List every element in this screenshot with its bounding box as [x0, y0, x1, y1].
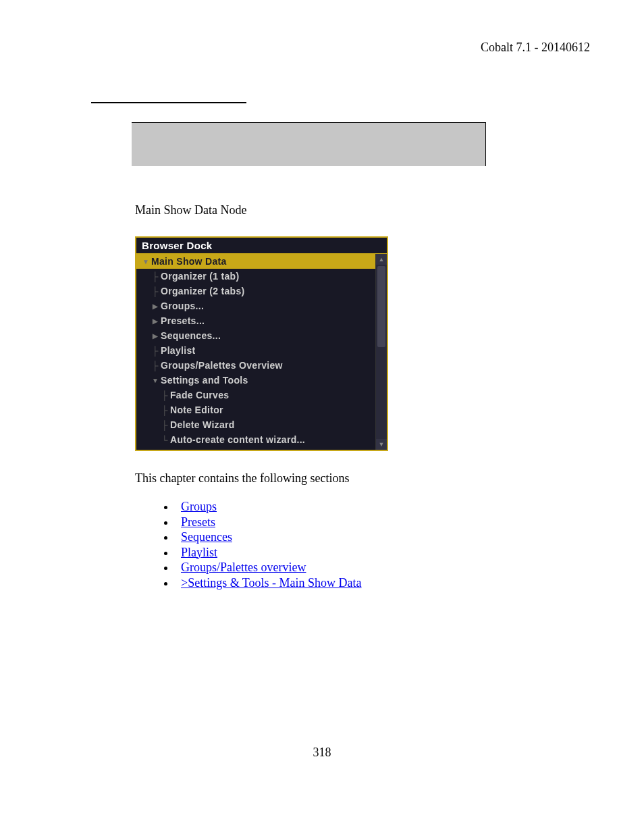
tree-node-label: Sequences...	[161, 330, 221, 341]
tree-node[interactable]: ├ Organizer (2 tabs)	[136, 284, 376, 298]
tree-node[interactable]: ├ Playlist	[136, 343, 376, 358]
list-item: Sequences	[176, 529, 590, 545]
tree-connector-icon: ├	[150, 361, 161, 371]
tree-connector-icon: ├	[159, 405, 170, 415]
tree-node[interactable]: ├ Groups/Palettes Overview	[136, 358, 376, 373]
tree-node-label: Settings and Tools	[161, 375, 248, 386]
horizontal-rule	[91, 102, 246, 103]
list-item: Presets	[176, 515, 590, 530]
tree-connector-icon: ├	[150, 346, 161, 356]
tree-node[interactable]: ├ Delete Wizard	[136, 417, 376, 432]
scroll-down-button[interactable]: ▼	[376, 439, 387, 450]
link-settings-tools[interactable]: >Settings & Tools - Main Show Data	[181, 576, 362, 590]
tree-node[interactable]: ▶ Sequences...	[136, 328, 376, 343]
tree-node[interactable]: ▶ Presets...	[136, 313, 376, 328]
tree-node-label: Delete Wizard	[170, 419, 235, 430]
scrollbar-track[interactable]: ▲ ▼	[375, 254, 387, 450]
chevron-right-icon: ▶	[150, 303, 161, 310]
callout-box	[132, 122, 486, 166]
page-number: 318	[0, 746, 644, 760]
section-heading: Main Show Data Node	[135, 203, 590, 217]
tree-node[interactable]: ▼ Settings and Tools	[136, 373, 376, 388]
page-header: Cobalt 7.1 - 20140612	[54, 41, 590, 55]
tree-node-label: Organizer (2 tabs)	[161, 286, 244, 296]
tree-connector-icon: ├	[159, 420, 170, 430]
link-groups[interactable]: Groups	[181, 500, 217, 513]
chevron-down-icon: ▼	[150, 377, 161, 384]
tree-node-label: Fade Curves	[170, 390, 229, 400]
scroll-up-button[interactable]: ▲	[376, 254, 387, 265]
dock-body: ▲ ▼ ▼ Main Show Data ├ Organizer (1 tab)…	[136, 253, 387, 450]
chevron-right-icon: ▶	[150, 317, 161, 325]
link-sequences[interactable]: Sequences	[181, 530, 232, 544]
tree-view: ▼ Main Show Data ├ Organizer (1 tab) ├ O…	[136, 254, 387, 447]
tree-node[interactable]: ├ Note Editor	[136, 402, 376, 417]
tree-node-label: Presets...	[161, 315, 205, 326]
chevron-right-icon: ▶	[150, 332, 161, 340]
tree-connector-icon: ├	[150, 286, 161, 296]
link-presets[interactable]: Presets	[181, 515, 215, 529]
chevron-down-icon: ▼	[140, 258, 151, 265]
section-links-list: Groups Presets Sequences Playlist Groups…	[162, 499, 590, 590]
tree-node[interactable]: ├ Organizer (1 tab)	[136, 269, 376, 284]
scrollbar-thumb[interactable]	[377, 266, 385, 347]
dock-title: Browser Dock	[136, 238, 387, 253]
tree-node[interactable]: ▶ Groups...	[136, 298, 376, 313]
tree-node-label: Groups...	[161, 301, 204, 311]
tree-node-label: Groups/Palettes Overview	[161, 360, 283, 371]
list-item: >Settings & Tools - Main Show Data	[176, 575, 590, 591]
link-playlist[interactable]: Playlist	[181, 546, 217, 559]
tree-node-main-show-data[interactable]: ▼ Main Show Data	[136, 254, 376, 269]
document-page: Cobalt 7.1 - 20140612 Main Show Data Nod…	[0, 0, 644, 834]
tree-connector-icon: └	[159, 435, 170, 445]
tree-node-label: Organizer (1 tab)	[161, 271, 239, 282]
link-groups-palettes-overview[interactable]: Groups/Palettes overview	[181, 561, 306, 574]
tree-node[interactable]: ├ Fade Curves	[136, 388, 376, 402]
tree-node-label: Playlist	[161, 345, 195, 356]
list-item: Groups/Palettes overview	[176, 560, 590, 575]
tree-connector-icon: ├	[159, 390, 170, 400]
tree-node-label: Auto-create content wizard...	[170, 434, 305, 445]
tree-node-label: Main Show Data	[151, 256, 227, 267]
tree-node[interactable]: └ Auto-create content wizard...	[136, 432, 376, 447]
intro-text: This chapter contains the following sect…	[135, 471, 590, 486]
browser-dock-screenshot: Browser Dock ▲ ▼ ▼ Main Show Data ├ Orga…	[135, 236, 388, 451]
tree-node-label: Note Editor	[170, 405, 223, 415]
list-item: Playlist	[176, 545, 590, 561]
list-item: Groups	[176, 499, 590, 515]
tree-connector-icon: ├	[150, 271, 161, 282]
